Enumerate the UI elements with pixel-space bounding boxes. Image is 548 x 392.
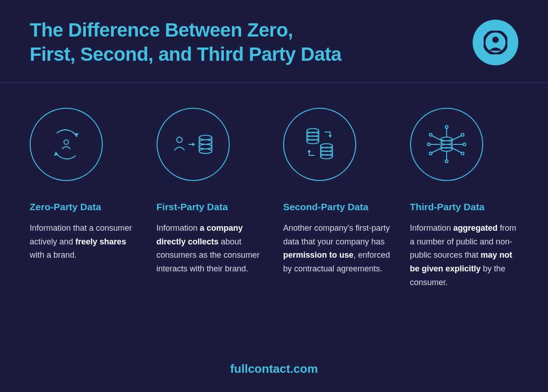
svg-point-29 xyxy=(445,160,448,163)
column-body: Information that a consumer actively and… xyxy=(30,222,138,262)
cycle-person-icon xyxy=(46,124,87,165)
svg-point-23 xyxy=(441,141,452,144)
column-title: First-Party Data xyxy=(157,201,265,212)
svg-line-36 xyxy=(452,148,461,153)
columns-container: Zero-Party Data Information that a consu… xyxy=(0,83,548,289)
icon-circle xyxy=(410,108,483,181)
svg-point-10 xyxy=(199,144,212,149)
footer-url: fullcontact.com xyxy=(0,362,548,376)
column-title: Zero-Party Data xyxy=(30,201,138,212)
column-second-party: Second-Party Data Another company's firs… xyxy=(283,108,392,289)
svg-marker-21 xyxy=(307,150,311,152)
svg-point-8 xyxy=(199,135,212,140)
body-text: Information xyxy=(410,223,453,233)
svg-point-27 xyxy=(445,126,448,128)
svg-marker-7 xyxy=(192,143,195,146)
header: The Difference Between Zero, First, Seco… xyxy=(0,0,548,82)
column-body: Information a company directly collects … xyxy=(157,222,265,276)
icon-circle xyxy=(283,108,356,181)
svg-line-30 xyxy=(432,136,441,140)
svg-point-5 xyxy=(177,137,182,143)
db-sync-icon xyxy=(298,125,342,164)
svg-point-33 xyxy=(461,133,464,136)
svg-point-37 xyxy=(461,152,464,155)
column-third-party: Third-Party Data Information aggregated … xyxy=(410,108,519,289)
column-title: Third-Party Data xyxy=(410,201,519,212)
svg-line-32 xyxy=(452,136,461,140)
body-bold: aggregated xyxy=(453,223,498,233)
svg-point-1 xyxy=(492,37,499,43)
svg-point-9 xyxy=(199,140,212,144)
body-text: with a brand. xyxy=(30,250,77,260)
person-circle-icon xyxy=(484,31,507,54)
svg-point-31 xyxy=(429,133,432,136)
column-body: Information aggregated from a number of … xyxy=(410,222,519,289)
column-zero-party: Zero-Party Data Information that a consu… xyxy=(30,108,138,289)
column-body: Another company's first-party data that … xyxy=(283,222,392,276)
svg-point-35 xyxy=(429,152,432,155)
svg-point-4 xyxy=(64,140,68,144)
body-bold: freely shares xyxy=(75,237,126,246)
column-first-party: First-Party Data Information a company d… xyxy=(157,108,265,289)
icon-circle xyxy=(30,108,103,181)
db-network-icon xyxy=(424,123,469,166)
page-title: The Difference Between Zero, First, Seco… xyxy=(30,18,342,66)
svg-marker-20 xyxy=(328,135,332,138)
column-title: Second-Party Data xyxy=(283,201,392,212)
title-line-2: First, Second, and Third Party Data xyxy=(30,43,342,65)
body-text: Information xyxy=(157,223,200,233)
body-text: Another company's first-party data that … xyxy=(283,223,390,246)
svg-point-41 xyxy=(463,143,466,146)
svg-point-11 xyxy=(199,149,212,154)
brand-logo-badge xyxy=(473,20,518,65)
icon-circle xyxy=(157,108,230,181)
svg-line-34 xyxy=(432,148,441,153)
body-bold: permission to use xyxy=(283,250,353,260)
svg-point-39 xyxy=(427,143,430,146)
person-to-db-icon xyxy=(171,128,215,160)
title-line-1: The Difference Between Zero, xyxy=(30,19,293,41)
svg-point-22 xyxy=(441,137,452,141)
